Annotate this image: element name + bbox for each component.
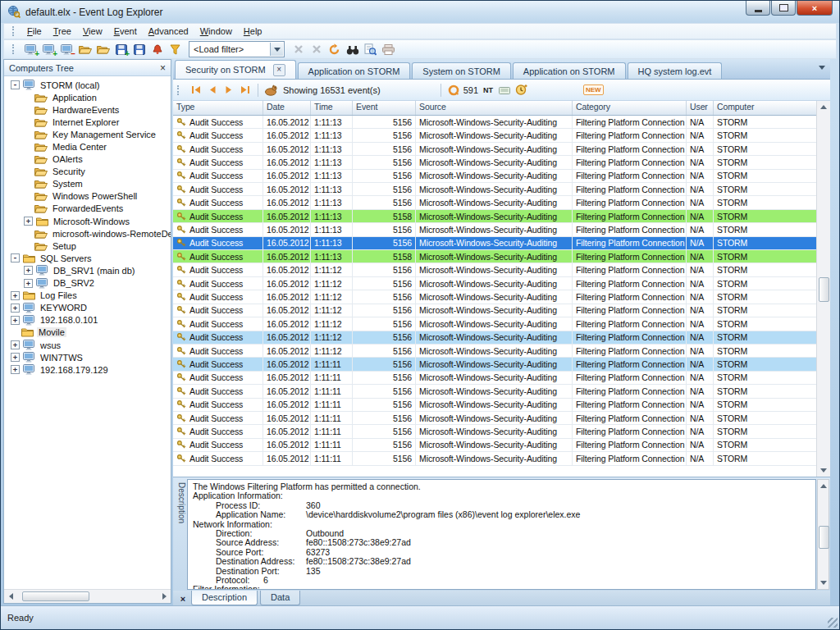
tree-item[interactable]: Key Management Service bbox=[4, 128, 171, 140]
scrollbar-thumb[interactable] bbox=[819, 526, 829, 549]
grid-vertical-scrollbar[interactable] bbox=[816, 101, 830, 477]
tab-data[interactable]: Data bbox=[260, 591, 300, 605]
toolbar-grip[interactable] bbox=[12, 26, 16, 36]
toolbar-grip[interactable] bbox=[177, 85, 181, 95]
tree-item[interactable]: +Microsoft-Windows bbox=[4, 215, 171, 227]
tab-application-on-storm[interactable]: Application on STORM bbox=[513, 62, 626, 79]
collapse-icon[interactable]: - bbox=[11, 253, 20, 262]
description-close-icon[interactable]: × bbox=[177, 592, 189, 605]
tab-application-on-storm[interactable]: Application on STORM bbox=[298, 62, 411, 79]
load-filter-select[interactable]: <Load filter> bbox=[189, 41, 285, 57]
maximize-button[interactable] bbox=[771, 1, 796, 16]
clear-filter-disabled-icon[interactable] bbox=[290, 41, 307, 57]
tab-close-icon[interactable]: × bbox=[273, 64, 285, 76]
disconnect-computer-icon[interactable]: − bbox=[58, 41, 75, 57]
new-events-icon[interactable]: NEW bbox=[583, 84, 604, 95]
collapse-icon[interactable]: - bbox=[11, 80, 20, 89]
filter-icon[interactable] bbox=[167, 41, 184, 57]
tree-item[interactable]: Setup bbox=[4, 240, 171, 252]
tree-item[interactable]: +192.168.179.129 bbox=[4, 363, 171, 376]
column-header-user[interactable]: User bbox=[687, 101, 714, 115]
list-icon[interactable] bbox=[498, 83, 512, 97]
expand-icon[interactable]: + bbox=[11, 365, 20, 374]
tree-item[interactable]: HardwareEvents bbox=[4, 103, 171, 116]
nav-next-icon[interactable] bbox=[221, 83, 235, 97]
table-row[interactable]: Audit Success16.05.20121:11:135158Micros… bbox=[173, 210, 817, 223]
scroll-right-icon[interactable] bbox=[158, 593, 171, 600]
tree-item[interactable]: Media Center bbox=[4, 140, 171, 153]
menu-window[interactable]: Window bbox=[194, 25, 238, 38]
save-log-green-icon[interactable]: + bbox=[112, 41, 130, 57]
table-row[interactable]: Audit Success16.05.20121:11:115156Micros… bbox=[173, 372, 817, 385]
tree-item[interactable]: +DB_SRV2 bbox=[4, 277, 171, 290]
tab-hq-system-log-evt[interactable]: HQ system log.evt bbox=[628, 62, 723, 79]
tree-item[interactable]: +DB_SRV1 (main db) bbox=[4, 264, 171, 276]
panel-close-icon[interactable]: × bbox=[160, 63, 166, 73]
toolbar-grip[interactable] bbox=[12, 44, 16, 54]
expand-icon[interactable]: + bbox=[11, 340, 20, 349]
table-row[interactable]: Audit Success16.05.20121:11:115156Micros… bbox=[173, 439, 817, 452]
table-row[interactable]: Audit Success16.05.20121:11:125156Micros… bbox=[173, 290, 817, 304]
table-row[interactable]: Audit Success16.05.20121:11:125156Micros… bbox=[173, 331, 817, 345]
tab-list-dropdown-icon[interactable] bbox=[819, 66, 825, 70]
tree-item[interactable]: Internet Explorer bbox=[4, 116, 171, 128]
table-row[interactable]: Audit Success16.05.20121:11:135156Micros… bbox=[173, 170, 817, 183]
scrollbar-thumb[interactable] bbox=[819, 277, 829, 302]
scroll-down-icon[interactable] bbox=[820, 464, 827, 477]
expand-icon[interactable]: + bbox=[11, 304, 20, 313]
column-header-type[interactable]: Type bbox=[173, 101, 263, 115]
minimize-button[interactable] bbox=[746, 1, 770, 16]
menu-tree[interactable]: Tree bbox=[48, 25, 77, 38]
table-row[interactable]: Audit Success16.05.20121:11:135156Micros… bbox=[173, 156, 817, 169]
print-icon[interactable] bbox=[380, 41, 397, 57]
menu-file[interactable]: File bbox=[21, 25, 48, 38]
alert-icon[interactable] bbox=[148, 41, 166, 57]
scroll-up-icon[interactable] bbox=[820, 101, 827, 113]
connect-computer-icon[interactable]: + bbox=[22, 41, 39, 57]
tree-item[interactable]: OAlerts bbox=[4, 153, 171, 166]
table-row[interactable]: Audit Success16.05.20121:11:135156Micros… bbox=[173, 223, 817, 236]
column-header-category[interactable]: Category bbox=[573, 101, 687, 115]
tree-item[interactable]: Windows PowerShell bbox=[4, 190, 171, 203]
tree-item[interactable]: Application bbox=[4, 91, 171, 103]
tree-item[interactable]: +WIN7TWS bbox=[4, 351, 171, 363]
table-row[interactable]: Audit Success16.05.20121:11:135156Micros… bbox=[173, 143, 817, 156]
menu-advanced[interactable]: Advanced bbox=[143, 25, 194, 38]
column-header-computer[interactable]: Computer bbox=[714, 101, 817, 115]
column-header-event[interactable]: Event bbox=[353, 101, 416, 115]
expand-icon[interactable]: + bbox=[24, 279, 33, 288]
tree-item[interactable]: +192.168.0.101 bbox=[4, 314, 171, 326]
tree-item[interactable]: microsoft-windows-RemoteDesktop bbox=[4, 227, 171, 240]
table-row[interactable]: Audit Success16.05.20121:11:115156Micros… bbox=[173, 452, 817, 465]
add-computer-icon[interactable]: + bbox=[40, 41, 57, 57]
remove-filter-disabled-icon[interactable] bbox=[308, 41, 325, 57]
menu-view[interactable]: View bbox=[77, 25, 108, 38]
scroll-down-icon[interactable] bbox=[820, 577, 827, 589]
tab-security-on-storm[interactable]: Security on STORM× bbox=[175, 60, 296, 79]
expand-icon[interactable]: + bbox=[11, 353, 20, 362]
chevron-down-icon[interactable] bbox=[270, 43, 283, 56]
tree-item[interactable]: -STORM (local) bbox=[4, 79, 171, 91]
table-row[interactable]: Audit Success16.05.20121:11:115156Micros… bbox=[173, 399, 817, 412]
save-log-icon[interactable] bbox=[130, 41, 148, 57]
expand-icon[interactable]: + bbox=[24, 266, 33, 275]
expand-icon[interactable]: + bbox=[11, 316, 20, 325]
table-row[interactable]: Audit Success16.05.20121:11:115156Micros… bbox=[173, 412, 817, 425]
description-scrollbar[interactable] bbox=[817, 479, 829, 590]
menu-help[interactable]: Help bbox=[238, 25, 268, 38]
ring-icon[interactable] bbox=[447, 83, 461, 97]
table-row[interactable]: Audit Success16.05.20121:11:125156Micros… bbox=[173, 263, 817, 276]
nav-last-icon[interactable] bbox=[238, 83, 252, 97]
table-row[interactable]: Audit Success16.05.20121:11:115156Micros… bbox=[173, 358, 817, 371]
tree-item[interactable]: System bbox=[4, 178, 171, 190]
tree-item[interactable]: -SQL Servers bbox=[4, 252, 171, 264]
nav-first-icon[interactable] bbox=[189, 83, 203, 97]
open-folder-icon[interactable] bbox=[94, 41, 112, 57]
table-row[interactable]: Audit Success16.05.20121:11:135158Micros… bbox=[173, 250, 817, 263]
scroll-left-icon[interactable] bbox=[4, 593, 17, 600]
table-row[interactable]: Audit Success16.05.20121:11:115156Micros… bbox=[173, 385, 817, 398]
find-icon[interactable] bbox=[344, 41, 361, 57]
nav-prev-icon[interactable] bbox=[205, 83, 219, 97]
tree-item[interactable]: +Log Files bbox=[4, 290, 171, 302]
tree-horizontal-scrollbar[interactable] bbox=[4, 589, 171, 603]
